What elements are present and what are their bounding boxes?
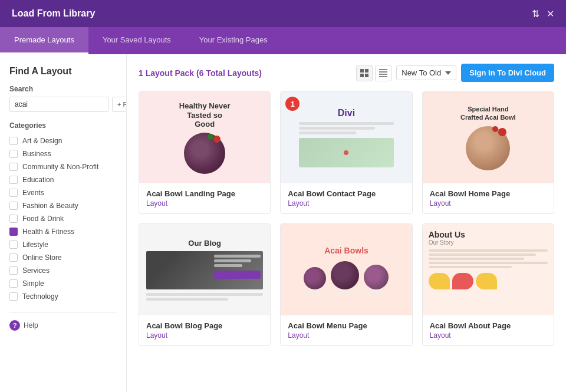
svg-rect-2 bbox=[360, 74, 364, 77]
category-business[interactable]: Business bbox=[9, 147, 117, 160]
modal-body: Find A Layout Search + Filter Categories… bbox=[0, 54, 566, 392]
help-row: ? Help bbox=[9, 312, 117, 331]
close-icon[interactable]: ✕ bbox=[547, 8, 554, 19]
category-label: Food & Drink bbox=[22, 215, 64, 223]
category-checkbox[interactable] bbox=[9, 215, 18, 223]
search-input[interactable] bbox=[9, 97, 108, 112]
layout-count: 1 Layout Pack (6 Total Layouts) bbox=[139, 68, 262, 78]
category-checkbox[interactable] bbox=[9, 150, 18, 158]
card-landing[interactable]: Healthy NeverTasted soGood Acai Bowl Lan… bbox=[139, 91, 271, 214]
card-blog[interactable]: Our Blog bbox=[139, 223, 271, 346]
category-lifestyle[interactable]: Lifestyle bbox=[9, 238, 117, 251]
card-preview-blog: Our Blog bbox=[139, 224, 270, 315]
card-name: Acai Bowl Blog Page bbox=[146, 321, 263, 330]
category-checkbox[interactable] bbox=[9, 279, 18, 288]
card-name: Acai Bowl About Page bbox=[430, 321, 547, 330]
tab-saved[interactable]: Your Saved Layouts bbox=[88, 27, 185, 54]
card-info-blog: Acai Bowl Blog Page Layout bbox=[139, 315, 270, 345]
modal-container: Load From Library ⇅ ✕ Premade Layouts Yo… bbox=[0, 0, 566, 392]
preview-menu-title: Acai Bowls bbox=[324, 246, 368, 255]
card-menu[interactable]: Acai Bowls bbox=[280, 223, 412, 346]
category-technology[interactable]: Technology bbox=[9, 290, 117, 303]
card-type: Layout bbox=[288, 199, 404, 207]
category-label: Community & Non-Profit bbox=[22, 163, 98, 171]
sort-select[interactable]: New To Old Old To New A to Z Z to A bbox=[396, 65, 456, 80]
list-view-button[interactable] bbox=[375, 65, 391, 81]
category-checkbox[interactable] bbox=[9, 163, 18, 171]
card-name: Acai Bowl Contact Page bbox=[288, 189, 404, 198]
svg-rect-3 bbox=[365, 74, 368, 77]
category-health[interactable]: Health & Fitness bbox=[9, 225, 117, 238]
category-checkbox[interactable] bbox=[9, 266, 18, 275]
category-fashion[interactable]: Fashion & Beauty bbox=[9, 199, 117, 212]
grid-view-button[interactable] bbox=[356, 65, 373, 81]
category-checkbox[interactable] bbox=[9, 189, 18, 197]
category-label: Health & Fitness bbox=[22, 228, 74, 236]
category-online[interactable]: Online Store bbox=[9, 251, 117, 264]
card-type: Layout bbox=[430, 199, 547, 207]
category-label: Simple bbox=[22, 279, 44, 288]
help-label[interactable]: Help bbox=[24, 321, 38, 330]
card-type: Layout bbox=[430, 331, 547, 340]
main-content: 1 Layout Pack (6 Total Layouts) New To O… bbox=[127, 54, 566, 392]
card-preview-menu: Acai Bowls bbox=[281, 224, 412, 315]
card-name: Acai Bowl Home Page bbox=[430, 189, 547, 198]
category-checkbox[interactable] bbox=[9, 176, 18, 184]
category-label: Lifestyle bbox=[22, 241, 48, 249]
filter-button[interactable]: + Filter bbox=[112, 97, 127, 112]
card-home[interactable]: Special HandCrafted Acai Bowl Acai Bowl … bbox=[422, 91, 554, 214]
card-type: Layout bbox=[146, 331, 263, 340]
svg-rect-4 bbox=[379, 69, 387, 70]
category-label: Art & Design bbox=[22, 137, 62, 145]
help-icon[interactable]: ? bbox=[9, 320, 20, 331]
svg-rect-6 bbox=[379, 74, 387, 75]
modal-title: Load From Library bbox=[12, 8, 95, 19]
preview-text: Healthy NeverTasted soGood bbox=[179, 101, 231, 129]
card-name: Acai Bowl Menu Page bbox=[288, 321, 404, 330]
card-info-landing: Acai Bowl Landing Page Layout bbox=[139, 183, 270, 213]
category-label: Online Store bbox=[22, 253, 62, 262]
card-about[interactable]: About Us Our Story bbox=[422, 223, 554, 346]
card-type: Layout bbox=[146, 199, 263, 207]
sidebar: Find A Layout Search + Filter Categories… bbox=[0, 54, 127, 392]
card-info-about: Acai Bowl About Page Layout bbox=[423, 315, 554, 345]
preview-divi-title: Divi bbox=[338, 108, 355, 118]
card-preview-home: Special HandCrafted Acai Bowl bbox=[423, 92, 554, 183]
search-row: + Filter bbox=[9, 97, 117, 112]
category-checkbox[interactable] bbox=[9, 137, 18, 145]
card-name: Acai Bowl Landing Page bbox=[146, 189, 263, 198]
sidebar-title: Find A Layout bbox=[9, 66, 117, 77]
bowl-image bbox=[184, 133, 225, 174]
preview-blog-title: Our Blog bbox=[188, 239, 221, 248]
card-info-menu: Acai Bowl Menu Page Layout bbox=[281, 315, 412, 345]
main-header: 1 Layout Pack (6 Total Layouts) New To O… bbox=[139, 64, 554, 82]
category-simple[interactable]: Simple bbox=[9, 277, 117, 290]
categories-list: Art & Design Business Community & Non-Pr… bbox=[9, 134, 117, 303]
category-community[interactable]: Community & Non-Profit bbox=[9, 160, 117, 173]
category-art-design[interactable]: Art & Design bbox=[9, 134, 117, 147]
card-contact[interactable]: 1 Divi Acai bbox=[280, 91, 412, 214]
svg-rect-7 bbox=[379, 76, 387, 77]
svg-rect-5 bbox=[379, 71, 387, 73]
tab-existing[interactable]: Your Existing Pages bbox=[185, 27, 282, 54]
tab-premade[interactable]: Premade Layouts bbox=[0, 27, 88, 54]
category-education[interactable]: Education bbox=[9, 173, 117, 186]
card-preview-contact: 1 Divi bbox=[281, 92, 412, 183]
category-checkbox[interactable] bbox=[9, 253, 18, 262]
sort-icon[interactable]: ⇅ bbox=[532, 8, 539, 19]
sign-in-cloud-button[interactable]: Sign In To Divi Cloud bbox=[461, 64, 554, 82]
category-events[interactable]: Events bbox=[9, 186, 117, 199]
category-checkbox[interactable] bbox=[9, 241, 18, 249]
category-checkbox[interactable] bbox=[9, 202, 18, 210]
category-food[interactable]: Food & Drink bbox=[9, 212, 117, 225]
main-header-right: New To Old Old To New A to Z Z to A Sign… bbox=[356, 64, 554, 82]
category-services[interactable]: Services bbox=[9, 264, 117, 277]
card-preview-landing: Healthy NeverTasted soGood bbox=[139, 92, 270, 183]
category-label: Education bbox=[22, 176, 54, 184]
card-type: Layout bbox=[288, 331, 404, 340]
svg-rect-1 bbox=[365, 69, 368, 73]
header-icons: ⇅ ✕ bbox=[532, 8, 554, 19]
category-checkbox[interactable] bbox=[9, 292, 18, 301]
category-checkbox-checked[interactable] bbox=[9, 228, 18, 236]
modal-header: Load From Library ⇅ ✕ bbox=[0, 0, 566, 27]
